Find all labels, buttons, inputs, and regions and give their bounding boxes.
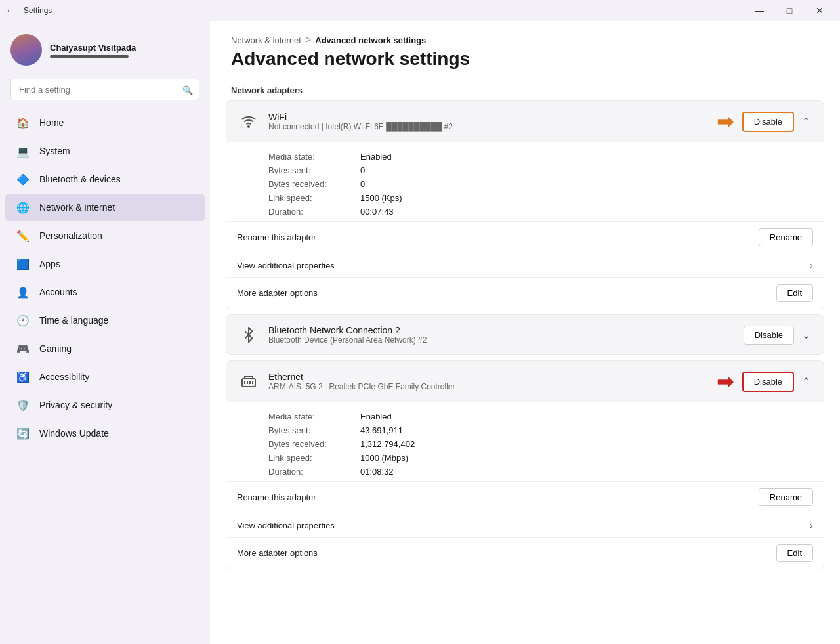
nav-label-system: System [39,146,70,156]
adapter-name-wifi: WiFi [268,112,709,122]
app-title: Settings [24,6,52,15]
detail-value: 0 [360,179,365,189]
detail-row: Duration: 01:08:32 [268,465,813,479]
adapter-controls-bluetooth: Disable ⌄ [744,326,813,345]
detail-value: 01:08:32 [360,467,394,477]
nav-icon-system: 💻 [16,144,30,158]
adapter-desc-ethernet: ARM-AIS_5G 2 | Realtek PCIe GbE Family C… [268,382,709,391]
adapters-list: WiFi Not connected | Intel(R) Wi-Fi 6E █… [210,100,840,569]
user-name: Chaiyasupt Visitpada [50,43,200,53]
detail-label: Bytes received: [268,439,360,449]
user-section: Chaiyasupt Visitpada [0,21,210,76]
adapter-action-view-additional-properties[interactable]: View additional properties › [226,253,824,277]
adapter-header-bluetooth[interactable]: Bluetooth Network Connection 2 Bluetooth… [226,315,824,354]
adapter-card-bluetooth: Bluetooth Network Connection 2 Bluetooth… [226,314,824,355]
sidebar-item-privacy[interactable]: 🛡️ Privacy & security [5,391,205,419]
adapter-header-wifi[interactable]: WiFi Not connected | Intel(R) Wi-Fi 6E █… [226,101,824,142]
action-label: Rename this adapter [237,492,316,502]
chevron-button-bluetooth[interactable]: ⌄ [799,326,813,344]
adapter-desc-bluetooth: Bluetooth Device (Personal Area Network)… [268,335,736,345]
detail-row: Link speed: 1500 (Kps) [268,191,813,205]
adapter-details-ethernet: Media state: Enabled Bytes sent: 43,691,… [226,402,824,481]
nav-label-accounts: Accounts [39,287,77,297]
sidebar-item-update[interactable]: 🔄 Windows Update [5,419,205,447]
sidebar-item-home[interactable]: 🏠 Home [5,109,205,137]
section-label: Network adapters [210,80,840,100]
action-button[interactable]: Rename [759,488,813,506]
sidebar-item-bluetooth[interactable]: 🔷 Bluetooth & devices [5,165,205,193]
detail-row: Bytes received: 0 [268,177,813,191]
sidebar-item-accounts[interactable]: 👤 Accounts [5,278,205,306]
breadcrumb-sep: > [305,34,311,46]
nav-list: 🏠 Home 💻 System 🔷 Bluetooth & devices 🌐 … [0,108,210,448]
sidebar-item-time[interactable]: 🕐 Time & language [5,307,205,334]
chevron-button-wifi[interactable]: ⌃ [799,113,813,131]
avatar[interactable] [10,34,42,66]
adapter-action-view-additional-properties[interactable]: View additional properties › [226,513,824,537]
nav-label-personalization: Personalization [39,230,102,241]
sidebar-item-gaming[interactable]: 🎮 Gaming [5,335,205,362]
nav-icon-accessibility: ♿ [16,370,30,384]
nav-icon-update: 🔄 [16,426,30,440]
nav-icon-apps: 🟦 [16,257,30,271]
chevron-right-icon: › [810,260,813,270]
disable-button-bluetooth[interactable]: Disable [744,326,794,345]
detail-row: Duration: 00:07:43 [268,205,813,219]
sidebar-item-personalization[interactable]: ✏️ Personalization [5,222,205,249]
chevron-right-icon: › [810,520,813,530]
adapter-info-bluetooth: Bluetooth Network Connection 2 Bluetooth… [268,325,736,345]
titlebar-left: ← Settings [5,5,52,16]
nav-label-privacy: Privacy & security [39,400,112,410]
adapter-name-bluetooth: Bluetooth Network Connection 2 [268,325,736,335]
back-icon[interactable]: ← [5,5,16,16]
breadcrumb: Network & internet > Advanced network se… [231,34,819,46]
disable-button-wifi[interactable]: Disable [742,112,794,132]
sidebar-item-apps[interactable]: 🟦 Apps [5,250,205,278]
minimize-button[interactable]: — [744,0,774,21]
detail-value: 1500 (Kps) [360,193,402,203]
breadcrumb-current: Advanced network settings [315,35,426,45]
disable-button-ethernet[interactable]: Disable [742,372,794,392]
nav-icon-time: 🕐 [16,313,30,328]
detail-value: Enabled [360,412,392,421]
user-info: Chaiyasupt Visitpada [50,43,200,58]
nav-label-network: Network & internet [39,202,115,213]
close-button[interactable]: ✕ [805,0,835,21]
adapter-action-rename-this-adapter: Rename this adapter Rename [226,481,824,513]
detail-label: Bytes sent: [268,425,360,435]
nav-icon-accounts: 👤 [16,285,30,299]
nav-icon-home: 🏠 [16,116,30,130]
adapter-desc-wifi: Not connected | Intel(R) Wi-Fi 6E ██████… [268,122,709,131]
action-button[interactable]: Edit [776,544,813,562]
adapter-card-wifi: WiFi Not connected | Intel(R) Wi-Fi 6E █… [226,100,824,309]
sidebar-item-network[interactable]: 🌐 Network & internet [5,194,205,221]
nav-label-home: Home [39,118,64,128]
detail-label: Duration: [268,207,360,217]
detail-label: Duration: [268,467,360,477]
breadcrumb-parent[interactable]: Network & internet [231,35,301,45]
action-label: Rename this adapter [237,232,316,242]
sidebar: Chaiyasupt Visitpada 🔍 🏠 Home 💻 System 🔷… [0,21,210,644]
nav-label-apps: Apps [39,259,60,269]
sidebar-item-accessibility[interactable]: ♿ Accessibility [5,363,205,391]
maximize-button[interactable]: □ [774,0,805,21]
detail-row: Bytes sent: 43,691,911 [268,423,813,437]
chevron-button-ethernet[interactable]: ⌃ [799,373,813,391]
action-label: View additional properties [237,521,335,530]
action-button[interactable]: Rename [759,228,813,246]
arrow-red-icon: ➡ [717,369,734,394]
detail-row: Link speed: 1000 (Mbps) [268,451,813,465]
content-header: Network & internet > Advanced network se… [210,21,840,80]
sidebar-item-system[interactable]: 💻 System [5,137,205,165]
adapter-name-ethernet: Ethernet [268,372,709,382]
action-button[interactable]: Edit [776,284,813,302]
titlebar-controls: — □ ✕ [744,0,835,21]
adapter-action-more-adapter-options: More adapter options Edit [226,537,824,569]
detail-label: Link speed: [268,453,360,463]
adapter-details-wifi: Media state: Enabled Bytes sent: 0 Bytes… [226,142,824,221]
search-input[interactable] [10,79,200,100]
adapter-action-rename-this-adapter: Rename this adapter Rename [226,221,824,253]
detail-value: 1000 (Mbps) [360,453,408,463]
adapter-icon-wifi [237,110,261,133]
adapter-header-ethernet[interactable]: Ethernet ARM-AIS_5G 2 | Realtek PCIe GbE… [226,361,824,402]
